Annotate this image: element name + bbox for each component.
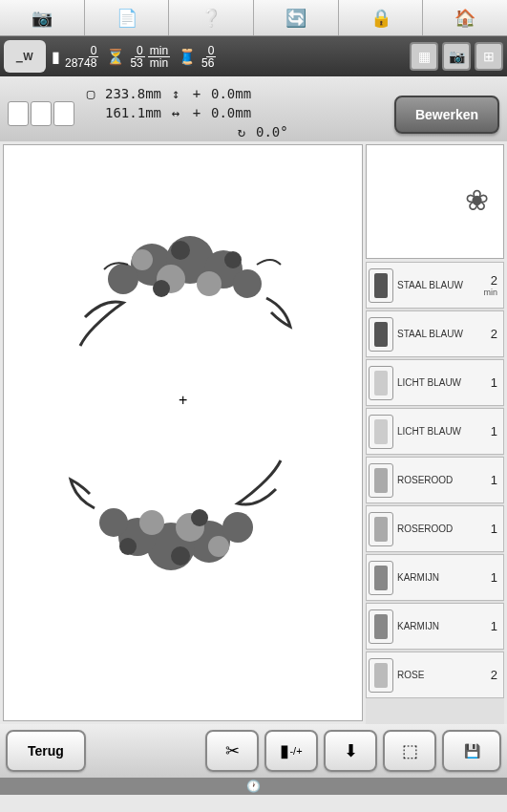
tab-home[interactable]: 🏠 — [423, 0, 507, 35]
thread-row[interactable]: LICHT BLAUW 1 — [366, 408, 504, 455]
pocket-icon: 💾 — [464, 743, 480, 759]
tab-lock[interactable]: 🔒 — [339, 0, 424, 35]
thread-value: 1 — [478, 473, 497, 487]
thread-spool-icon — [369, 561, 393, 595]
thread-value: 2 — [478, 273, 497, 288]
thread-value: 1 — [478, 375, 497, 390]
svg-point-7 — [132, 249, 153, 270]
preview-thumbnail: ❀ — [465, 183, 489, 217]
thread-row[interactable]: ROSEROOD 1 — [366, 505, 504, 552]
svg-point-17 — [139, 510, 164, 535]
sync-icon: 🔄 — [285, 8, 306, 29]
thread-value: 2 — [478, 327, 497, 341]
view-mode-camera[interactable]: 📷 — [442, 42, 471, 71]
thread-row[interactable]: ROSEROOD 1 — [366, 457, 504, 503]
thread-name: STAAL BLAUW — [397, 280, 478, 290]
needle-down-icon: ⬇ — [344, 740, 358, 761]
help-icon: ❔ — [201, 8, 222, 29]
thread-value: 1 — [478, 570, 497, 585]
thread-value: 1 — [478, 424, 497, 438]
embroidery-design-bottom — [56, 441, 305, 594]
thread-name: KARMIJN — [397, 572, 478, 583]
thread-value: 1 — [478, 522, 497, 536]
thread-spool-icon — [369, 658, 393, 693]
measurements: ▢233.8mm↕+0.0mm 161.1mm↔+0.0mm ↻0.0° — [84, 84, 288, 138]
status-bar: ⎯W ▮ 028748 ⏳ 053 minmin 🧵 056 ▦ 📷 ⊞ — [0, 36, 507, 76]
selection-icon: ⬚ — [402, 740, 418, 761]
thread-spool-icon — [369, 268, 393, 303]
spool-icon: 🧵 — [178, 48, 197, 66]
svg-point-6 — [197, 271, 222, 296]
lock-icon: 🔒 — [370, 8, 391, 29]
thread-spool-icon — [369, 317, 393, 352]
thread-name: ROSEROOD — [397, 524, 478, 534]
top-toolbar: 📷 📄 ❔ 🔄 🔒 🏠 — [0, 0, 507, 36]
thread-spool-icon — [369, 463, 393, 498]
thread-value: 1 — [478, 619, 497, 633]
tab-sync[interactable]: 🔄 — [254, 0, 339, 35]
svg-point-21 — [119, 538, 137, 555]
thread-row[interactable]: LICHT BLAUW 1 — [366, 359, 504, 406]
thread-name: KARMIJN — [397, 621, 478, 631]
clock-icon: 🕐 — [246, 780, 261, 793]
thread-row[interactable]: KARMIJN 1 — [366, 554, 504, 601]
thread-name: ROSE — [397, 670, 478, 680]
bottom-toolbar: Terug ✂ ▮-/+ ⬇ ⬚ 💾 — [0, 724, 507, 778]
thread-name: ROSEROOD — [397, 475, 478, 485]
svg-point-3 — [108, 264, 138, 294]
needle-adjust-icon: ▮ — [280, 740, 289, 761]
stitch-count: ▮ 028748 — [52, 45, 98, 69]
save-button[interactable]: 💾 — [442, 730, 501, 772]
footer-clock: 🕐 — [0, 778, 507, 795]
svg-point-9 — [153, 280, 170, 297]
edit-button[interactable]: Bewerken — [394, 96, 499, 134]
selection-button[interactable]: ⬚ — [383, 730, 436, 772]
thread-row[interactable]: STAAL BLAUW 2 — [366, 310, 504, 357]
needle-position-button[interactable]: ⬇ — [324, 730, 377, 772]
back-button[interactable]: Terug — [6, 730, 86, 772]
embroidery-design-top — [56, 212, 305, 365]
camera-icon: 📷 — [32, 8, 53, 29]
needle-icon: ▮ — [52, 48, 60, 66]
thread-row[interactable]: KARMIJN 1 — [366, 603, 504, 650]
svg-point-15 — [99, 508, 128, 537]
thread-name: STAAL BLAUW — [397, 329, 478, 339]
svg-point-4 — [233, 269, 262, 298]
presser-foot-badge[interactable]: ⎯W — [4, 40, 46, 73]
hoop-selector[interactable] — [8, 90, 74, 138]
measurement-bar: ▢233.8mm↕+0.0mm 161.1mm↔+0.0mm ↻0.0° Bew… — [0, 76, 507, 141]
tab-document[interactable]: 📄 — [85, 0, 170, 35]
thread-unit: min — [478, 288, 497, 297]
svg-point-10 — [224, 251, 242, 268]
needle-adjust-button[interactable]: ▮-/+ — [264, 730, 318, 772]
thread-cut-button[interactable]: ✂ — [205, 730, 259, 772]
height-marker-icon: ▢ — [84, 86, 97, 101]
thread-spool-icon — [369, 415, 393, 449]
thread-spool-icon — [369, 366, 393, 400]
thread-name: LICHT BLAUW — [397, 377, 478, 388]
rotation-icon: ↻ — [235, 124, 248, 139]
center-crosshair: + — [179, 392, 187, 409]
hourglass-icon: ⏳ — [106, 48, 125, 66]
svg-point-19 — [171, 546, 190, 566]
home-icon: 🏠 — [454, 8, 475, 29]
thread-name: LICHT BLAUW — [397, 426, 478, 437]
thread-color-list: STAAL BLAUW 2 min STAAL BLAUW 2 LICHT BL… — [366, 262, 504, 724]
svg-point-20 — [191, 509, 208, 526]
color-count: 🧵 056 — [178, 45, 216, 69]
view-mode-grid[interactable]: ⊞ — [475, 42, 503, 71]
thread-row[interactable]: STAAL BLAUW 2 min — [366, 262, 504, 309]
view-mode-fabric[interactable]: ▦ — [410, 42, 438, 71]
time-count: ⏳ 053 minmin — [106, 45, 170, 69]
svg-point-14 — [222, 512, 253, 543]
tab-help[interactable]: ❔ — [169, 0, 254, 35]
thread-spool-icon — [369, 609, 393, 644]
scissors-icon: ✂ — [225, 740, 240, 761]
thread-value: 2 — [478, 668, 497, 682]
thread-row[interactable]: ROSE 2 — [366, 652, 504, 698]
tab-camera[interactable]: 📷 — [0, 0, 85, 35]
design-preview[interactable]: ❀ — [366, 144, 504, 259]
design-canvas[interactable]: + — [3, 144, 363, 721]
svg-point-18 — [208, 536, 229, 557]
document-icon: 📄 — [116, 8, 137, 29]
